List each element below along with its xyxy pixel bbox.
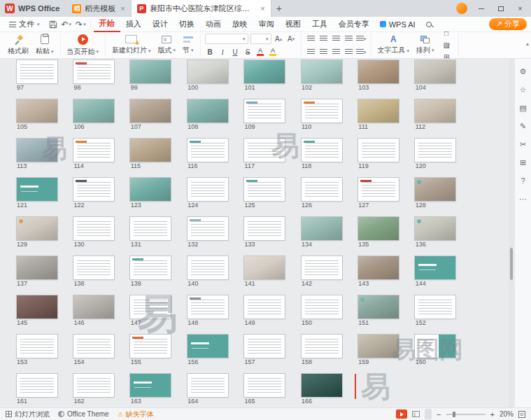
font-color-button[interactable]: A xyxy=(255,47,266,57)
slide-thumbnail[interactable] xyxy=(302,139,342,162)
slide-cell[interactable]: 118 xyxy=(293,139,350,178)
bullet-list-button[interactable] xyxy=(306,34,316,44)
slide-thumbnail[interactable] xyxy=(415,335,455,358)
slide-cell[interactable]: 134 xyxy=(293,217,350,256)
slide-cell[interactable]: 161 xyxy=(8,374,65,407)
close-button[interactable]: × xyxy=(511,1,529,16)
ribbon-tab[interactable]: 插入 xyxy=(120,17,147,32)
slide-thumbnail[interactable] xyxy=(302,178,342,201)
slide-thumbnail[interactable] xyxy=(17,139,57,162)
slide-cell[interactable]: 145 xyxy=(8,295,65,335)
slide-cell[interactable]: 164 xyxy=(179,374,236,407)
slide-thumbnail[interactable] xyxy=(73,335,114,358)
slide-thumbnail[interactable] xyxy=(358,335,399,358)
slide-cell[interactable]: 98 xyxy=(65,60,122,99)
slide-thumbnail[interactable] xyxy=(244,99,285,122)
wps-ai-button[interactable]: WPS AI xyxy=(375,20,420,29)
theme-indicator[interactable]: Office Theme xyxy=(58,410,109,418)
user-avatar[interactable] xyxy=(456,3,467,14)
slide-thumbnail[interactable] xyxy=(358,60,399,83)
bold-button[interactable]: B xyxy=(205,47,215,57)
picture-button[interactable]: ▨ xyxy=(441,40,452,50)
font-size-select[interactable]: ▾ xyxy=(250,34,271,44)
scissors-icon[interactable]: ✂ xyxy=(518,139,529,150)
slide-cell[interactable]: 137 xyxy=(8,256,65,295)
slide-cell[interactable]: 113 xyxy=(8,139,65,178)
slide-cell[interactable]: 120 xyxy=(407,139,464,178)
play-from-current-button[interactable]: 当页开始▾ xyxy=(65,34,101,57)
slide-thumbnail[interactable] xyxy=(415,295,455,318)
slide-cell[interactable]: 121 xyxy=(8,178,65,217)
slide-cell[interactable]: 143 xyxy=(350,256,406,295)
grid-icon[interactable]: ⊞ xyxy=(518,157,529,168)
scrollbar-thumb[interactable] xyxy=(510,248,513,280)
slide-cell[interactable]: 102 xyxy=(293,60,350,99)
new-tab-button[interactable]: + xyxy=(271,1,287,16)
slide-cell[interactable]: 129 xyxy=(8,217,65,256)
ribbon-tab[interactable]: 设计 xyxy=(147,17,174,32)
slide-cell[interactable]: 123 xyxy=(122,178,179,217)
shapes-button[interactable]: □ xyxy=(441,28,452,38)
slide-thumbnail[interactable] xyxy=(415,256,455,279)
slide-thumbnail[interactable] xyxy=(358,256,399,279)
slide-thumbnail[interactable] xyxy=(130,374,171,397)
new-slide-button[interactable]: 新建幻灯片▾ xyxy=(110,34,153,56)
slide-cell[interactable]: 165 xyxy=(236,374,293,407)
slide-thumbnail[interactable] xyxy=(17,217,57,240)
slide-thumbnail[interactable] xyxy=(17,60,57,83)
zoom-in-button[interactable]: + xyxy=(490,410,495,419)
slide-cell[interactable]: 111 xyxy=(350,99,406,139)
share-button[interactable]: ↗ 分享 xyxy=(489,18,527,30)
slideshow-play-button[interactable] xyxy=(396,410,407,419)
slide-cell[interactable]: 150 xyxy=(293,295,350,335)
strikethrough-button[interactable]: S xyxy=(243,47,253,57)
slide-cell[interactable]: 101 xyxy=(236,60,293,99)
slide-thumbnail[interactable] xyxy=(187,256,228,279)
chart-icon[interactable]: ▤ xyxy=(518,102,529,113)
indent-decrease-button[interactable] xyxy=(331,34,341,44)
ribbon-tab[interactable]: 会员专享 xyxy=(333,17,375,32)
minimize-button[interactable] xyxy=(472,1,490,16)
slide-cell[interactable]: 116 xyxy=(179,139,236,178)
slide-cell[interactable]: 149 xyxy=(236,295,293,335)
zoom-slider-handle[interactable] xyxy=(453,412,455,417)
indent-increase-button[interactable] xyxy=(344,34,354,44)
slide-cell[interactable]: 127 xyxy=(350,178,406,217)
slide-thumbnail[interactable] xyxy=(302,256,342,279)
align-left-button[interactable] xyxy=(306,47,316,57)
slide-thumbnail[interactable] xyxy=(415,99,455,122)
slide-thumbnail[interactable] xyxy=(415,217,455,240)
slide-thumbnail[interactable] xyxy=(73,217,114,240)
format-painter-button[interactable]: 格式刷 xyxy=(6,34,31,57)
slide-cell[interactable]: 153 xyxy=(8,335,65,374)
highlight-color-button[interactable]: A xyxy=(268,47,278,57)
slide-thumbnail[interactable] xyxy=(130,60,171,83)
slide-thumbnail[interactable] xyxy=(187,295,228,318)
slide-cell[interactable]: 158 xyxy=(293,335,350,374)
paste-button[interactable]: 粘贴▾ xyxy=(34,34,56,57)
slide-cell[interactable]: 112 xyxy=(407,99,464,139)
document-tab[interactable]: 稻稻壳模板× xyxy=(66,0,131,17)
slide-cell[interactable]: 162 xyxy=(65,374,122,407)
ribbon-tab[interactable]: 开始 xyxy=(94,17,120,32)
vertical-scrollbar[interactable] xyxy=(509,59,514,407)
slide-thumbnail[interactable] xyxy=(17,178,57,201)
slide-cell[interactable]: 154 xyxy=(65,335,122,374)
slide-thumbnail[interactable] xyxy=(415,139,455,162)
slide-thumbnail[interactable] xyxy=(187,139,228,162)
save-button[interactable] xyxy=(49,20,57,29)
redo-button[interactable]: ↷▾ xyxy=(76,20,86,29)
slide-thumbnail[interactable] xyxy=(244,217,285,240)
file-menu-button[interactable]: 文件 ▾ xyxy=(4,18,45,31)
slide-thumbnail[interactable] xyxy=(302,60,342,83)
shrink-font-button[interactable]: A▾ xyxy=(286,34,297,44)
slide-thumbnail[interactable] xyxy=(358,295,399,318)
slide-thumbnail[interactable] xyxy=(244,178,285,201)
slide-thumbnail[interactable] xyxy=(17,99,57,122)
slide-thumbnail[interactable] xyxy=(415,178,455,201)
numbered-list-button[interactable] xyxy=(318,34,329,44)
slide-thumbnail[interactable] xyxy=(73,295,114,318)
slide-cell[interactable]: 136 xyxy=(407,217,464,256)
ribbon-collapse-button[interactable]: ▴ xyxy=(526,41,529,47)
ribbon-tab[interactable]: 放映 xyxy=(227,17,253,32)
